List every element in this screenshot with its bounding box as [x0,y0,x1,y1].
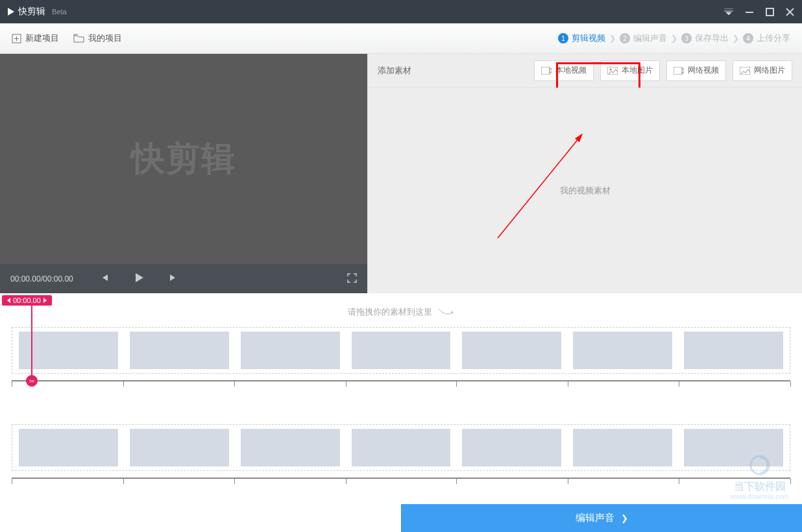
material-panel: 添加素材 本地视频 本地图片 网络视频 网络图片 我的视频素材 [367,54,802,293]
frame-slot [684,429,783,466]
local-video-button[interactable]: 本地视频 [534,60,594,81]
my-projects-button[interactable]: 我的项目 [73,32,122,44]
local-image-button[interactable]: 本地图片 [600,60,660,81]
app-name: 快剪辑 [18,6,45,18]
step-number: 4 [743,33,753,43]
video-track[interactable] [0,320,802,378]
preview-watermark: 快剪辑 [131,136,236,182]
playhead-time: 00:00.00 [13,296,41,304]
prev-frame-icon[interactable] [99,273,108,284]
maximize-icon[interactable] [766,8,774,16]
svg-rect-1 [766,8,773,16]
btn-label: 本地视频 [555,65,587,76]
wizard-steps: 1 剪辑视频 ❯ 2 编辑声音 ❯ 3 保存导出 ❯ 4 上传分享 [558,32,790,44]
filmstrip [12,424,790,471]
frame-slot [573,429,672,466]
toolbar: 新建项目 我的项目 1 剪辑视频 ❯ 2 编辑声音 ❯ 3 保存导出 ❯ 4 上… [0,23,802,54]
frame-slot [130,332,229,369]
frame-slot [19,332,118,369]
arrow-left-icon [7,298,10,303]
time-display: 00:00.00/00:00.00 [10,274,73,284]
step-label: 剪辑视频 [572,32,605,44]
frame-slot [241,332,340,369]
empty-material-label: 我的视频素材 [560,185,611,197]
beta-label: Beta [52,8,67,16]
curve-arrow-icon [437,308,454,318]
close-icon[interactable] [786,8,794,16]
btn-label: 网络视频 [688,65,719,76]
playhead-line[interactable] [31,304,32,378]
chevron-right-icon: ❯ [609,34,616,43]
preview-panel: 快剪辑 00:00.00/00:00.00 [0,54,367,293]
playhead-flag[interactable]: 00:00.00 [2,295,52,306]
frame-slot [462,332,561,369]
edit-audio-button[interactable]: 编辑声音 ❯ [401,504,802,532]
cta-label: 编辑声音 [576,512,614,524]
window-controls [724,7,794,16]
material-header: 添加素材 本地视频 本地图片 网络视频 网络图片 [368,54,802,88]
frame-slot [462,429,561,466]
step-label: 上传分享 [757,32,790,44]
step-edit-video[interactable]: 1 剪辑视频 [558,32,605,44]
menu-icon[interactable] [724,8,733,15]
ruler [12,380,790,387]
step-number: 3 [681,33,692,43]
audio-track[interactable] [0,387,802,475]
step-edit-audio[interactable]: 2 编辑声音 [620,32,667,44]
svg-rect-7 [541,67,550,75]
svg-rect-10 [674,67,682,75]
step-label: 保存导出 [695,32,729,44]
ruler [12,478,790,484]
step-label: 编辑声音 [633,32,667,44]
player-bar: 00:00.00/00:00.00 [0,264,367,293]
my-projects-label: 我的项目 [88,32,122,44]
new-project-button[interactable]: 新建项目 [12,32,59,44]
next-frame-icon[interactable] [169,273,178,284]
bottom-bar: 编辑声音 ❯ [0,504,802,532]
frame-slot [130,429,229,466]
chevron-right-icon: ❯ [671,34,677,43]
btn-label: 网络图片 [754,65,785,76]
material-heading: 添加素材 [378,65,528,77]
material-body: 我的视频素材 [368,88,802,293]
btn-label: 本地图片 [622,65,653,76]
scissors-icon[interactable]: ✂ [26,375,38,387]
app-logo: 快剪辑 Beta [8,6,67,18]
web-video-button[interactable]: 网络视频 [666,60,726,81]
frame-slot [241,429,340,466]
step-save-export[interactable]: 3 保存导出 [681,32,729,44]
chevron-right-icon: ❯ [733,34,739,43]
wm-line2: www.downxia.com [731,492,789,501]
play-icon[interactable] [133,272,145,285]
title-bar: 快剪辑 Beta [0,0,802,23]
drag-hint: 请拖拽你的素材到这里 [0,304,802,320]
frame-slot [352,429,451,466]
step-number: 1 [558,33,568,43]
frame-slot [684,332,783,369]
svg-point-9 [610,68,612,70]
fullscreen-icon[interactable] [347,273,357,285]
new-project-label: 新建项目 [25,32,59,44]
step-upload-share[interactable]: 4 上传分享 [743,32,790,44]
frame-slot [352,332,451,369]
arrow-right-icon [43,298,47,303]
bottom-spacer [0,504,401,532]
play-icon [8,8,14,16]
main-area: 快剪辑 00:00.00/00:00.00 添加素材 [0,54,802,293]
frame-slot [573,332,672,369]
preview-viewport: 快剪辑 [0,54,367,264]
frame-slot [19,429,118,466]
web-image-button[interactable]: 网络图片 [733,60,792,81]
step-number: 2 [620,33,630,43]
minimize-icon[interactable] [745,7,754,16]
chevron-right-icon: ❯ [621,513,628,523]
timeline-area: 00:00.00 请拖拽你的素材到这里 ✂ [0,293,802,484]
filmstrip [12,327,790,374]
player-controls [99,272,178,285]
